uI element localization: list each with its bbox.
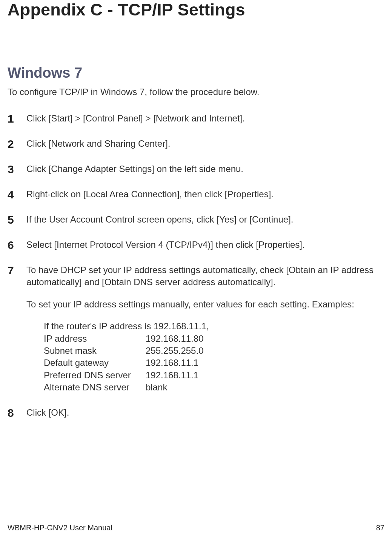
example-value: 192.168.11.1	[146, 357, 198, 369]
step-text: Click [Change Adapter Settings] on the l…	[26, 163, 384, 175]
example-label: Alternate DNS server	[44, 381, 146, 393]
page-footer: WBMR-HP-GNV2 User Manual 87	[8, 521, 384, 532]
step-text: Click [Network and Sharing Center].	[26, 138, 384, 150]
step-number: 3	[8, 163, 26, 175]
example-label: Preferred DNS server	[44, 369, 146, 381]
example-value: 192.168.11.1	[146, 369, 198, 381]
step-number: 4	[8, 188, 26, 201]
step-8: 8 Click [OK].	[8, 407, 384, 419]
footer-page-number: 87	[376, 524, 384, 532]
step-text: Select [Internet Protocol Version 4 (TCP…	[26, 239, 384, 251]
step-number: 1	[8, 112, 26, 125]
step-5: 5 If the User Account Control screen ope…	[8, 213, 384, 226]
step-text: To have DHCP set your IP address setting…	[26, 264, 384, 394]
example-value: 192.168.11.80	[146, 333, 203, 345]
example-block: If the router's IP address is 192.168.11…	[44, 320, 384, 393]
step-text: Click [Start] > [Control Panel] > [Netwo…	[26, 112, 384, 124]
step-7-p1: To have DHCP set your IP address setting…	[26, 264, 384, 289]
step-number: 5	[8, 213, 26, 226]
step-text: If the User Account Control screen opens…	[26, 213, 384, 226]
step-text: Right-click on [Local Area Connection], …	[26, 188, 384, 200]
example-row-ip: IP address 192.168.11.80	[44, 333, 384, 345]
example-value: blank	[146, 381, 167, 393]
step-6: 6 Select [Internet Protocol Version 4 (T…	[8, 239, 384, 251]
step-3: 3 Click [Change Adapter Settings] on the…	[8, 163, 384, 175]
example-row-gateway: Default gateway 192.168.11.1	[44, 357, 384, 369]
step-number: 7	[8, 264, 26, 276]
step-number: 6	[8, 239, 26, 251]
example-label: IP address	[44, 333, 146, 345]
example-intro: If the router's IP address is 192.168.11…	[44, 320, 384, 332]
step-1: 1 Click [Start] > [Control Panel] > [Net…	[8, 112, 384, 125]
example-row-subnet: Subnet mask 255.255.255.0	[44, 345, 384, 357]
step-7-p2: To set your IP address settings manually…	[26, 298, 384, 310]
step-number: 2	[8, 138, 26, 150]
appendix-title: Appendix C - TCP/IP Settings	[8, 0, 384, 20]
step-4: 4 Right-click on [Local Area Connection]…	[8, 188, 384, 201]
example-label: Default gateway	[44, 357, 146, 369]
section-title: Windows 7	[8, 65, 384, 82]
step-number: 8	[8, 407, 26, 419]
footer-manual-title: WBMR-HP-GNV2 User Manual	[8, 524, 112, 532]
example-row-alternate-dns: Alternate DNS server blank	[44, 381, 384, 393]
intro-text: To configure TCP/IP in Windows 7, follow…	[8, 87, 384, 97]
step-7: 7 To have DHCP set your IP address setti…	[8, 264, 384, 394]
example-label: Subnet mask	[44, 345, 146, 357]
step-2: 2 Click [Network and Sharing Center].	[8, 138, 384, 150]
example-row-preferred-dns: Preferred DNS server 192.168.11.1	[44, 369, 384, 381]
example-value: 255.255.255.0	[146, 345, 203, 357]
step-text: Click [OK].	[26, 407, 384, 419]
